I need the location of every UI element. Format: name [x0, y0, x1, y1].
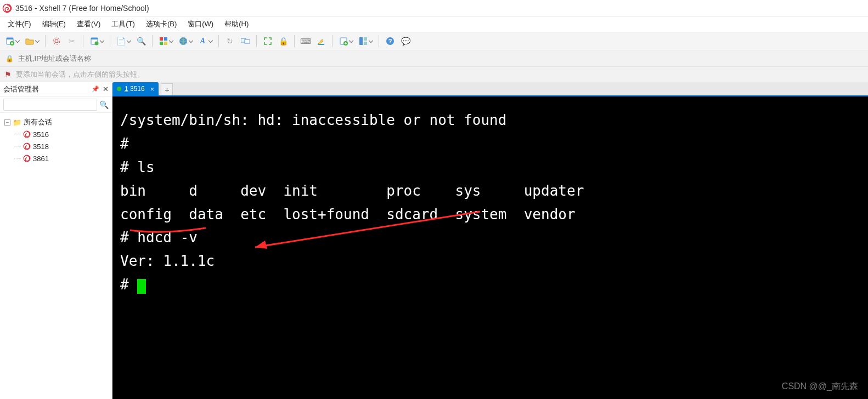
- dual-monitor-button[interactable]: [239, 35, 252, 48]
- terminal-line: Ver: 1.1.1c: [120, 253, 215, 269]
- bookmark-flag-icon[interactable]: ⚑: [4, 70, 12, 79]
- hint-bar: ⚑ 要添加当前会话，点击左侧的箭头按钮。: [0, 67, 868, 82]
- addon-button[interactable]: [337, 35, 354, 48]
- svg-rect-20: [364, 37, 367, 41]
- tab-status-dot: [117, 87, 121, 91]
- tab-label: 1 3516: [125, 85, 145, 93]
- chat-button[interactable]: 💬: [399, 35, 412, 48]
- svg-rect-15: [245, 39, 250, 43]
- session-icon: [23, 155, 31, 162]
- pin-button[interactable]: 📌: [92, 86, 99, 93]
- help-icon: ?: [386, 37, 394, 45]
- font-icon: A: [199, 37, 207, 45]
- copy-button[interactable]: 📄: [115, 35, 132, 48]
- svg-text:?: ?: [388, 38, 392, 44]
- fullscreen-button[interactable]: [261, 35, 274, 48]
- fullscreen-icon: [263, 37, 272, 45]
- properties-icon: [90, 37, 99, 45]
- sidebar-header: 会话管理器 📌 ✕: [0, 82, 112, 96]
- tab-strip: 1 3516 × +: [112, 82, 868, 96]
- layout-button[interactable]: [357, 35, 374, 48]
- toolbar-separator: [45, 35, 46, 47]
- colorscheme-button[interactable]: [157, 35, 174, 48]
- tree-root[interactable]: − 📁 所有会话: [2, 116, 110, 128]
- script-button[interactable]: ↻: [223, 35, 236, 48]
- sidebar-search-input[interactable]: [3, 99, 97, 111]
- session-item-3516[interactable]: 3516: [2, 128, 110, 140]
- globe-button[interactable]: [177, 35, 194, 48]
- session-label: 3518: [33, 142, 49, 151]
- toolbar-separator: [256, 35, 257, 47]
- layout-icon: [359, 37, 368, 45]
- terminal-line: config data etc lost+found sdcard system…: [120, 206, 576, 223]
- toolbar-separator: [152, 35, 153, 47]
- open-button[interactable]: [23, 35, 41, 48]
- session-label: 3516: [33, 130, 49, 139]
- dual-monitor-icon: [241, 37, 250, 45]
- find-button[interactable]: 🔍: [134, 35, 148, 48]
- terminal-line: #: [120, 276, 137, 293]
- sidebar-search: 🔍: [0, 96, 112, 113]
- toolbar-separator: [218, 35, 219, 47]
- highlight-button[interactable]: [314, 35, 328, 48]
- tab-session-3516[interactable]: 1 3516 ×: [112, 82, 159, 95]
- session-item-3518[interactable]: 3518: [2, 140, 110, 152]
- lock-small-icon: 🔒: [5, 55, 14, 62]
- svg-rect-21: [364, 42, 367, 45]
- menu-file[interactable]: 文件(F): [4, 18, 35, 30]
- search-icon[interactable]: 🔍: [99, 100, 109, 109]
- keyboard-icon: ⌨: [301, 37, 310, 45]
- content-area: 1 3516 × + /system/bin/sh: hd: inaccessi…: [112, 82, 868, 399]
- close-panel-button[interactable]: ✕: [103, 85, 109, 93]
- menu-tabs[interactable]: 选项卡(B): [143, 18, 180, 30]
- toolbar: ✂ 📄 🔍 A ↻ 🔒 ⌨ ? 💬: [0, 32, 868, 50]
- menu-help[interactable]: 帮助(H): [221, 18, 252, 30]
- address-bar: 🔒: [0, 50, 868, 67]
- menu-window[interactable]: 窗口(W): [184, 18, 217, 30]
- menubar: 文件(F) 编辑(E) 查看(V) 工具(T) 选项卡(B) 窗口(W) 帮助(…: [0, 16, 868, 32]
- reconnect-button[interactable]: [50, 35, 63, 48]
- highlight-icon: [317, 37, 325, 45]
- disconnect-button[interactable]: ✂: [65, 35, 78, 48]
- svg-rect-10: [164, 37, 167, 41]
- svg-rect-11: [160, 42, 163, 45]
- menu-view[interactable]: 查看(V): [74, 18, 104, 30]
- svg-rect-2: [7, 38, 13, 39]
- session-tree: − 📁 所有会话 3516 3518 3861: [0, 113, 112, 167]
- tree-root-label: 所有会话: [24, 117, 52, 127]
- lock-button[interactable]: 🔒: [277, 35, 290, 48]
- refresh-icon: ↻: [226, 37, 234, 45]
- new-tab-button[interactable]: +: [161, 83, 173, 95]
- copy-icon: 📄: [117, 37, 126, 45]
- address-input[interactable]: [18, 54, 863, 62]
- lock-icon: 🔒: [279, 37, 288, 45]
- terminal[interactable]: /system/bin/sh: hd: inaccessible or not …: [112, 96, 868, 399]
- session-icon: [23, 130, 31, 138]
- terminal-line: #: [120, 135, 129, 152]
- titlebar: 3516 - Xshell 7 (Free for Home/School): [0, 0, 868, 16]
- font-button[interactable]: A: [196, 35, 214, 48]
- svg-rect-12: [164, 42, 167, 45]
- window-title: 3516 - Xshell 7 (Free for Home/School): [15, 4, 149, 13]
- svg-rect-7: [91, 38, 98, 39]
- keyboard-button[interactable]: ⌨: [299, 35, 312, 48]
- session-item-3861[interactable]: 3861: [2, 152, 110, 164]
- toolbar-separator: [379, 35, 379, 47]
- svg-marker-28: [255, 241, 267, 249]
- svg-rect-9: [160, 37, 163, 41]
- svg-point-4: [55, 39, 58, 43]
- toolbar-separator: [294, 35, 295, 47]
- terminal-line: # ls: [120, 159, 155, 175]
- watermark: CSDN @@_南先森: [782, 379, 858, 394]
- app-icon: [2, 3, 12, 13]
- annotation-overlay: [112, 96, 868, 399]
- menu-tools[interactable]: 工具(T): [108, 18, 138, 30]
- help-button[interactable]: ?: [384, 35, 397, 48]
- reconnect-icon: [52, 37, 61, 45]
- menu-edit[interactable]: 编辑(E): [39, 18, 69, 30]
- collapse-icon[interactable]: −: [4, 119, 10, 126]
- tab-close-button[interactable]: ×: [150, 85, 155, 93]
- session-icon: [23, 142, 31, 150]
- properties-button[interactable]: [88, 35, 105, 48]
- new-session-button[interactable]: [3, 35, 21, 48]
